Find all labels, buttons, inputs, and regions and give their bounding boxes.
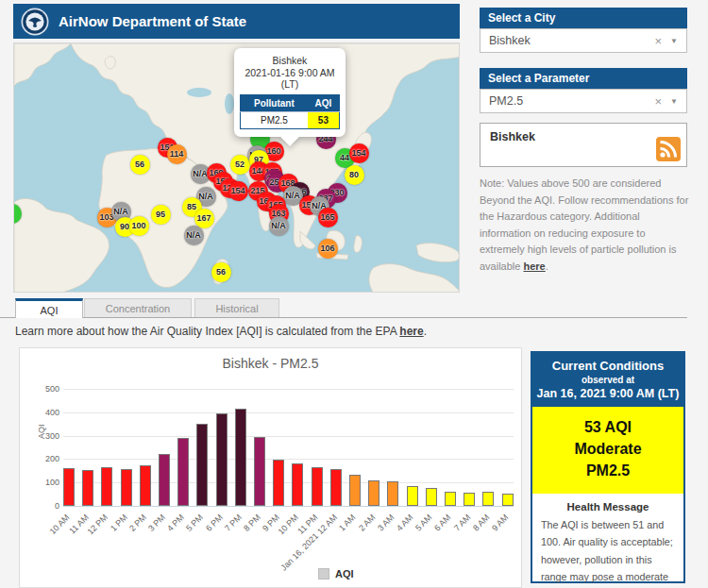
- x-axis-tick: 8 AM: [471, 512, 492, 533]
- popup-aqi-value: 53: [308, 112, 340, 129]
- chart-bar[interactable]: [368, 480, 379, 506]
- chart-bar[interactable]: [82, 470, 93, 506]
- map-popup: Bishkek 2021-01-16 9:00 AM (LT) Pollutan…: [234, 48, 346, 137]
- x-axis-tick: 1 AM: [337, 512, 358, 533]
- chart-bar[interactable]: [502, 494, 514, 506]
- parameter-select[interactable]: PM2.5 × ▼: [480, 89, 687, 113]
- map-marker[interactable]: N/A: [184, 226, 204, 245]
- legend-label: AQI: [335, 568, 354, 580]
- chart-bar[interactable]: [445, 492, 456, 506]
- map-marker[interactable]: 114: [167, 144, 187, 164]
- chart-bar[interactable]: [216, 413, 228, 506]
- x-axis-tick: 10 AM: [48, 512, 72, 536]
- y-axis-tick: 100: [33, 478, 59, 487]
- tab-historical[interactable]: Historical: [194, 298, 279, 318]
- aqi-bar-chart: Bishkek - PM2.5 AQI 010020030040050010 A…: [19, 347, 522, 588]
- current-aqi-category: Moderate: [536, 438, 680, 460]
- y-axis-tick: 500: [33, 384, 59, 394]
- chart-gridline: [63, 459, 514, 460]
- map-marker[interactable]: 154: [228, 181, 248, 201]
- x-axis-tick: 2 AM: [357, 512, 378, 533]
- map-marker[interactable]: 154: [349, 143, 369, 163]
- note-suffix: .: [546, 260, 548, 272]
- map-marker[interactable]: 56: [130, 155, 150, 175]
- rss-feed-box: Bishkek: [480, 123, 687, 167]
- chart-bar[interactable]: [196, 424, 208, 506]
- chart-bar[interactable]: [63, 468, 75, 506]
- tab-concentration[interactable]: Concentration: [84, 298, 192, 318]
- chart-bar[interactable]: [349, 475, 361, 506]
- chart-bar[interactable]: [407, 486, 418, 506]
- chart-bar[interactable]: [482, 492, 494, 506]
- map-marker[interactable]: 167: [194, 209, 214, 228]
- city-select-value: Bishkek: [480, 34, 648, 47]
- city-clear-icon[interactable]: ×: [648, 34, 668, 48]
- map-marker[interactable]: 56: [211, 262, 231, 282]
- note-here-link[interactable]: here: [523, 260, 545, 272]
- x-axis-tick: 8 PM: [242, 512, 262, 533]
- x-axis-tick: 12 PM: [86, 512, 110, 536]
- chart-bar[interactable]: [426, 488, 437, 506]
- chart-bar[interactable]: [273, 460, 284, 506]
- health-message-body: The AQI is between 51 and 100. Air quali…: [532, 512, 683, 588]
- parameter-clear-icon[interactable]: ×: [648, 94, 668, 109]
- map-marker[interactable]: 165: [318, 208, 338, 227]
- popup-col-pollutant: Pollutant: [241, 95, 308, 112]
- rss-icon[interactable]: [656, 137, 681, 161]
- x-axis-tick: 6 AM: [432, 512, 453, 533]
- chart-bar[interactable]: [177, 438, 189, 506]
- x-axis-tick: 7 PM: [223, 512, 244, 533]
- tab-aqi[interactable]: AQI: [15, 298, 83, 318]
- x-axis-tick: 4 AM: [395, 512, 415, 533]
- y-axis-tick: 200: [33, 454, 59, 463]
- x-axis-tick: 1 PM: [109, 512, 129, 533]
- x-axis-tick: 6 PM: [204, 512, 225, 533]
- legend-swatch-icon: [318, 568, 329, 580]
- popup-city: Bishkek: [240, 55, 340, 66]
- parameter-caret-icon[interactable]: ▼: [668, 97, 686, 106]
- chart-title: Bishkek - PM2.5: [20, 356, 521, 371]
- chart-legend[interactable]: AQI: [318, 568, 354, 580]
- observed-at-label: observed at: [536, 375, 680, 385]
- health-message-title: Health Message: [532, 501, 683, 512]
- parameter-select-value: PM2.5: [480, 94, 648, 108]
- chart-bar[interactable]: [235, 409, 246, 506]
- chart-bar[interactable]: [254, 437, 265, 506]
- chart-bar[interactable]: [159, 454, 170, 506]
- epa-info-prefix: Learn more about how the Air Quality Ind…: [15, 325, 399, 338]
- city-caret-icon[interactable]: ▼: [668, 37, 686, 45]
- popup-col-aqi: AQI: [308, 95, 340, 112]
- chart-bar[interactable]: [292, 463, 303, 506]
- airnow-page: AirNow Department of State: [0, 0, 708, 588]
- state-department-seal-icon: [21, 8, 49, 36]
- map-marker[interactable]: 100: [129, 216, 149, 236]
- map-marker[interactable]: 80: [345, 165, 364, 185]
- chart-bar[interactable]: [330, 469, 342, 506]
- rss-city-label: Bishkek: [490, 130, 535, 143]
- x-axis-tick: 7 AM: [452, 512, 473, 533]
- chart-bar[interactable]: [101, 467, 112, 506]
- chart-bar[interactable]: [312, 467, 323, 506]
- chart-gridline: [63, 506, 514, 507]
- epa-here-link[interactable]: here: [399, 325, 423, 338]
- current-aqi-block: 53 AQI Moderate PM2.5: [532, 407, 683, 494]
- select-parameter-header: Select a Parameter: [480, 68, 687, 89]
- city-select[interactable]: Bishkek × ▼: [480, 28, 687, 53]
- map-marker[interactable]: 106: [318, 239, 338, 259]
- app-header: AirNow Department of State: [13, 4, 460, 39]
- chart-bar[interactable]: [464, 493, 475, 506]
- y-axis-tick: 0: [33, 501, 59, 511]
- chart-bar[interactable]: [121, 469, 132, 506]
- aqi-world-map[interactable]: 15111456N/A16915112315452N/A85167N/A103N…: [13, 42, 460, 293]
- chart-gridline: [63, 436, 514, 437]
- current-aqi-pollutant: PM2.5: [536, 460, 680, 481]
- x-axis-tick: 5 PM: [185, 512, 206, 533]
- x-axis-tick: 3 PM: [146, 512, 167, 533]
- map-marker[interactable]: N/A: [269, 216, 289, 236]
- chart-bar[interactable]: [140, 465, 151, 506]
- x-axis-tick: 4 PM: [165, 512, 186, 533]
- map-marker[interactable]: 95: [151, 205, 171, 225]
- note-text: Note: Values above 500 are considered Be…: [480, 176, 691, 276]
- observed-at-datetime: Jan 16, 2021 9:00 AM (LT): [536, 387, 680, 400]
- chart-bar[interactable]: [387, 481, 398, 506]
